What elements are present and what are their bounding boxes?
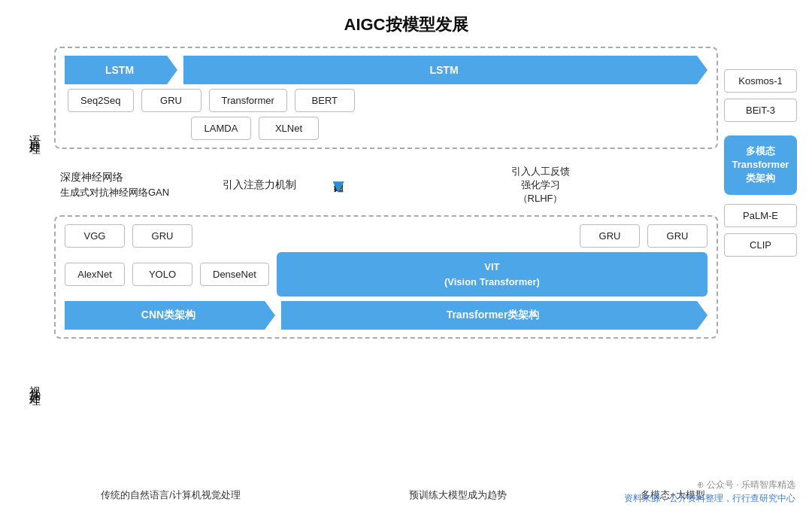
xlnet-box: XLNet — [259, 117, 319, 140]
gru-box-v1: GRU — [132, 224, 192, 248]
down-arrow: ▼ — [329, 176, 348, 196]
vit-box: VIT (Vision Transformer) — [277, 252, 707, 297]
content-area: 语言处理 视觉处理 LSTM LSTM Seq2Seq GRU Transf — [15, 47, 797, 479]
main-container: AIGC按模型发展 语言处理 视觉处理 LSTM LSTM — [0, 0, 812, 514]
gru-box-v3: GRU — [647, 224, 707, 248]
lstm-arrow-1: LSTM — [65, 56, 177, 84]
cnn-arrow: CNN类架构 — [65, 301, 275, 330]
kosmos-box: Kosmos-1 — [724, 69, 797, 93]
multimodal-box: 多模态 Transformer 类架构 — [724, 135, 797, 195]
clip-box: CLIP — [724, 233, 797, 257]
gru-box-lang: GRU — [141, 89, 201, 112]
vision-label: 视觉处理 — [28, 377, 42, 389]
lang-boxes-row2: LAMDA XLNet — [65, 117, 707, 140]
watermark-area: ⊕ 公众号 · 乐晴智库精选 — [697, 479, 795, 491]
vision-mid-row: AlexNet YOLO DenseNet VIT (Vision Transf… — [65, 252, 707, 297]
transformer-box-lang: Transformer — [209, 89, 287, 112]
palm-e-box: PaLM-E — [724, 204, 797, 227]
lang-section: LSTM LSTM Seq2Seq GRU Transformer BERT L… — [54, 47, 718, 149]
wechat-watermark: ⊕ 公众号 · 乐晴智库精选 — [697, 479, 795, 491]
lang-boxes-row: Seq2Seq GRU Transformer BERT — [65, 89, 707, 112]
lang-label: 语言处理 — [28, 126, 42, 138]
beit-box: BEiT-3 — [724, 99, 797, 122]
transformer-arrow: Transformer类架构 — [281, 301, 707, 330]
vision-section: VGG GRU GRU GRU AlexNet YOLO DenseNet VI… — [54, 215, 718, 339]
lang-arrow-row: LSTM LSTM — [65, 56, 707, 84]
vision-top-row: VGG GRU GRU GRU — [65, 224, 707, 248]
attention-label: 引入注意力机制 — [211, 178, 308, 192]
right-models: Kosmos-1 BEiT-3 多模态 Transformer 类架构 PaLM… — [718, 47, 797, 479]
diagram-area: LSTM LSTM Seq2Seq GRU Transformer BERT L… — [54, 47, 718, 479]
source-text: 资料来源：公开资料整理，行行查研究中心 — [624, 492, 795, 505]
vgg-box: VGG — [65, 224, 125, 248]
page-title: AIGC按模型发展 — [15, 14, 797, 36]
gru-box-v2: GRU — [580, 224, 640, 248]
pretrain-label: 预训练大模型成为趋势 — [287, 488, 628, 502]
seq2seq-box: Seq2Seq — [68, 89, 134, 112]
yolo-box: YOLO — [132, 263, 192, 286]
densenet-box: DenseNet — [200, 263, 269, 286]
source-area: 资料来源：公开资料整理，行行查研究中心 — [624, 492, 795, 505]
rlhf-label: 引入人工反馈强化学习（RLHF） — [511, 165, 570, 206]
lamda-box: LAMDA — [191, 117, 251, 140]
vision-arrow-row: CNN类架构 Transformer类架构 — [65, 301, 707, 330]
gan-label: 生成式对抗神经网络GAN — [60, 186, 211, 199]
alexnet-box: AlexNet — [65, 263, 125, 286]
deep-nn-label: 深度神经网络 — [60, 171, 211, 184]
left-labels: 语言处理 视觉处理 — [15, 47, 54, 479]
lstm-arrow-2: LSTM — [183, 56, 707, 84]
middle-labels: 深度神经网络 生成式对抗神经网络GAN 引入注意力机制 图像处理 ▼ 引入人工反… — [54, 158, 718, 212]
traditional-label: 传统的自然语言/计算机视觉处理 — [54, 488, 287, 502]
bert-box: BERT — [295, 89, 355, 112]
